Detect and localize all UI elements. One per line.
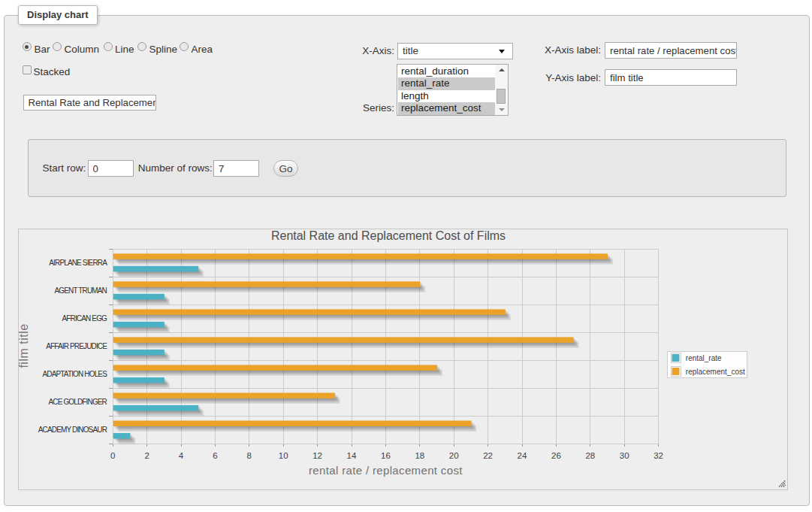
svg-text:16: 16 <box>381 451 391 460</box>
svg-text:4: 4 <box>179 451 184 460</box>
svg-text:ACE GOLDFINGER: ACE GOLDFINGER <box>48 398 107 406</box>
svg-text:22: 22 <box>483 451 493 460</box>
svg-text:30: 30 <box>620 451 629 460</box>
svg-text:28: 28 <box>585 451 595 460</box>
svg-text:14: 14 <box>347 451 357 460</box>
svg-text:AFFAIR PREJUDICE: AFFAIR PREJUDICE <box>46 342 107 350</box>
svg-text:film title: film title <box>19 323 30 368</box>
svg-text:32: 32 <box>654 451 663 460</box>
svg-text:replacement_cost: replacement_cost <box>686 368 745 376</box>
svg-text:18: 18 <box>415 451 424 460</box>
svg-text:26: 26 <box>551 451 561 460</box>
svg-text:0: 0 <box>110 451 115 460</box>
svg-text:6: 6 <box>213 451 217 460</box>
svg-text:12: 12 <box>312 451 322 460</box>
svg-text:20: 20 <box>449 451 459 460</box>
svg-text:Rental Rate and Replacement Co: Rental Rate and Replacement Cost of Film… <box>271 229 506 242</box>
svg-text:rental rate / replacement cost: rental rate / replacement cost <box>309 464 463 477</box>
svg-text:ADAPTATION HOLES: ADAPTATION HOLES <box>43 370 108 378</box>
svg-text:24: 24 <box>518 451 527 460</box>
svg-text:rental_rate: rental_rate <box>686 354 722 362</box>
svg-text:8: 8 <box>247 451 252 460</box>
svg-text:10: 10 <box>279 451 288 460</box>
svg-text:AFRICAN EGG: AFRICAN EGG <box>62 314 107 323</box>
svg-text:2: 2 <box>144 451 149 460</box>
svg-text:AIRPLANE SIERRA: AIRPLANE SIERRA <box>49 259 107 267</box>
svg-text:ACADEMY DINOSAUR: ACADEMY DINOSAUR <box>38 426 107 434</box>
svg-text:AGENT TRUMAN: AGENT TRUMAN <box>55 286 107 295</box>
